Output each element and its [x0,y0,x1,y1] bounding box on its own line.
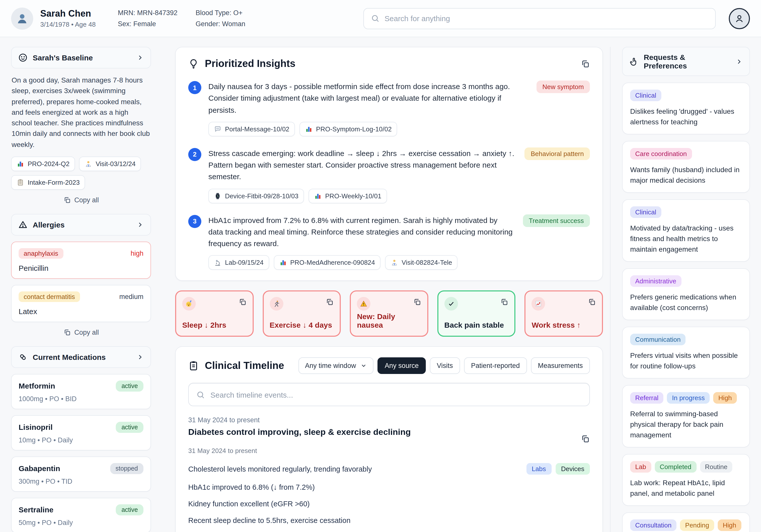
request-card[interactable]: LabCompletedRoutineLab work: Repeat HbA1… [622,454,750,506]
medication-status-badge: active [116,504,144,515]
timeline-event-text: Kidney function excellent (eGFR >60) [188,500,590,508]
timeline-event-row[interactable]: Recent sleep decline to 5.5hrs, exercise… [188,517,590,525]
status-card-top [182,297,246,311]
status-card[interactable]: Work stress ↑ [525,291,603,337]
request-text: Prefers virtual visits when possible for… [630,350,742,372]
allergy-name: Penicillin [19,264,144,272]
source-chip[interactable]: PRO-Symptom-Log-10/02 [300,122,397,136]
allergies-title: Allergies [33,220,65,229]
copy-icon [581,435,590,444]
hand-pointer-icon [629,57,639,66]
status-copy-button[interactable] [238,298,246,306]
request-text: Lab work: Repeat HbA1c, lipid panel, and… [630,478,742,499]
medication-card-top: Metforminactive [19,381,144,391]
copy-all-label: Copy all [74,196,99,204]
timeline-filter-button[interactable]: Patient-reported [464,358,527,374]
allergies-copy-all-button[interactable]: Copy all [11,329,151,336]
request-card[interactable]: CommunicationPrefers virtual visits when… [622,326,750,379]
request-badges: Care coordination [630,148,742,159]
timeline-event-row[interactable]: HbA1c improved to 6.8% (↓ from 7.2%) [188,483,590,492]
patient-identity: Sarah Chen 3/14/1978 • Age 48 [40,9,96,28]
medication-status-badge: active [116,381,144,391]
request-text: Motivated by data/tracking - uses fitnes… [630,223,742,255]
medication-card[interactable]: Lisinoprilactive10mg • PO • Daily [11,415,151,450]
chevron-right-icon [137,353,144,361]
status-card[interactable]: Back pain stable [438,291,516,337]
request-card[interactable]: ClinicalDislikes feeling 'drugged' - val… [622,83,750,134]
request-card[interactable]: AdministrativePrefers generic medication… [622,268,750,320]
source-chip[interactable]: PRO-2024-Q2 [11,156,75,171]
baseline-copy-all-button[interactable]: Copy all [11,196,151,204]
status-copy-button[interactable] [588,298,596,306]
timeline-filter-button[interactable]: Visits [430,358,460,374]
allergy-card[interactable]: contact dermatitismediumLatex [11,285,151,322]
global-search-input[interactable] [384,14,708,23]
medications-section-header[interactable]: Current Medications [11,346,151,368]
insight-category-badge: Behavioral pattern [525,148,590,160]
request-badge: Communication [630,334,686,345]
medication-card[interactable]: Gabapentinstopped300mg • PO • TID [11,456,151,492]
status-card-top [357,297,421,311]
pill-icon [18,352,28,362]
timeline-event-row[interactable]: Kidney function excellent (eGFR >60) [188,500,590,508]
timeline-event-row[interactable]: Cholesterol levels monitored regularly, … [188,463,590,475]
requests-section-header[interactable]: Requests & Preferences [622,47,750,76]
time-window-select[interactable]: Any time window [298,358,374,374]
runner-icon [269,297,283,311]
medication-detail: 10mg • PO • Daily [19,436,144,444]
source-chip[interactable]: PRO-Weekly-10/01 [309,189,387,203]
request-card[interactable]: ReferralIn progressHighReferral to swimm… [622,385,750,447]
requests-title: Requests & Preferences [644,53,730,70]
microscope-icon [214,259,221,266]
insight-top: Daily nausea for 3 days - possible metfo… [208,81,590,116]
source-chip[interactable]: Device-Fitbit-09/28-10/03 [208,189,304,203]
chart-icon [305,125,313,133]
top-header: Sarah Chen 3/14/1978 • Age 48 MRN: MRN-8… [0,0,761,37]
prioritized-insights-panel: Prioritized Insights 1Daily nausea for 3… [175,47,603,281]
allergy-card[interactable]: anaphylaxishighPenicillin [11,242,151,279]
status-card[interactable]: Exercise ↓ 4 days [263,291,341,337]
status-card-label: Work stress ↑ [532,321,596,329]
source-chip[interactable]: Lab-09/15/24 [208,256,269,270]
search-icon [196,390,205,399]
timeline-copy-button[interactable] [581,435,590,444]
timeline-period: 31 May 2024 to present [188,417,590,424]
source-chip[interactable]: Visit-082824-Tele [385,256,457,270]
request-badge: Completed [655,461,696,473]
status-copy-button[interactable] [500,298,508,306]
status-copy-button[interactable] [413,298,421,306]
timeline-search-input[interactable] [210,390,582,399]
request-badge: Routine [700,461,732,473]
timeline-heading: Diabetes control improving, sleep & exer… [188,428,581,438]
allergies-section-header[interactable]: Allergies [11,214,151,236]
medication-card[interactable]: Metforminactive1000mg • PO • BID [11,374,151,409]
source-chip[interactable]: PRO-MedAdherence-090824 [273,256,380,270]
patient-gender: Gender: Woman [196,20,245,28]
source-chip[interactable]: Visit-03/12/24 [79,156,141,171]
status-card[interactable]: New: Daily nausea [350,291,428,337]
source-chip[interactable]: Intake-Form-2023 [11,175,85,190]
status-copy-button[interactable] [325,298,334,306]
insights-copy-button[interactable] [581,59,590,68]
request-card[interactable]: Care coordinationWants family (husband) … [622,141,750,193]
timeline-tag: Devices [556,463,590,475]
source-chip-label: PRO-Weekly-10/01 [325,192,381,200]
copy-icon [63,196,71,204]
baseline-section-header[interactable]: Sarah's Baseline [11,47,151,69]
request-card[interactable]: ConsultationPendingHighPsychiatry consul… [622,512,750,532]
status-card[interactable]: Sleep ↓ 2hrs [175,291,254,337]
medication-card[interactable]: Sertralineactive50mg • PO • Daily [11,498,151,532]
timeline-search[interactable] [188,383,590,406]
request-badge: Administrative [630,275,681,287]
profile-button[interactable] [729,8,750,29]
request-card[interactable]: ClinicalMotivated by data/tracking - use… [622,199,750,262]
medication-card-top: Sertralineactive [19,504,144,515]
global-search[interactable] [363,8,716,29]
status-card-label: Exercise ↓ 4 days [269,321,334,329]
source-chip[interactable]: Portal-Message-10/02 [208,122,295,136]
timeline-filter-button[interactable]: Any source [378,358,426,374]
status-card-label: Sleep ↓ 2hrs [182,321,246,329]
baseline-text: On a good day, Sarah manages 7-8 hours s… [12,75,150,150]
insight-source-chips: Portal-Message-10/02PRO-Symptom-Log-10/0… [208,122,590,136]
timeline-filter-button[interactable]: Measurements [531,358,590,374]
